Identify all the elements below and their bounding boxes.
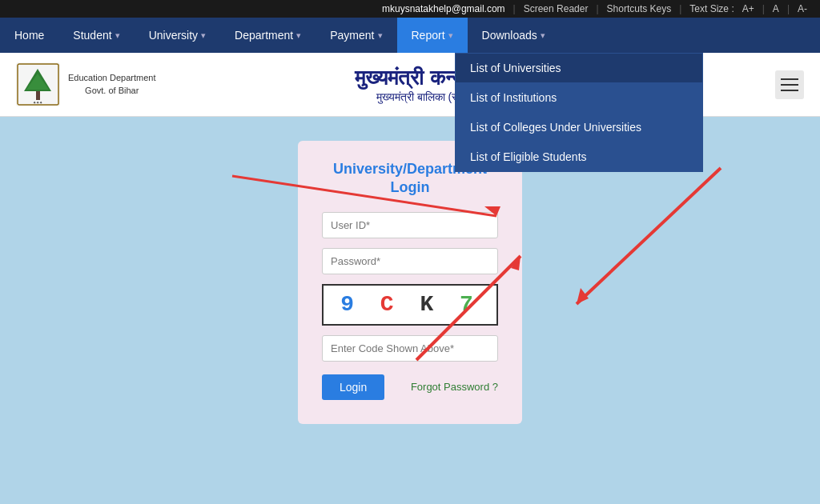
forgot-password-link[interactable]: Forgot Password ? [411,381,498,393]
password-input[interactable] [322,248,498,274]
top-bar: mkuysnatakhelp@gmail.com | Screen Reader… [0,0,820,18]
captcha-char-2: C [380,292,400,317]
hamburger-menu[interactable] [775,70,804,99]
nav-payment[interactable]: Payment ▾ [316,18,396,53]
nav-home[interactable]: Home [0,18,58,53]
nav-report[interactable]: Report ▾ [397,18,468,53]
login-button[interactable]: Login [322,374,384,400]
student-plus-icon: ▾ [115,30,120,41]
svg-text:✦✦✦: ✦✦✦ [33,100,42,105]
email-address: mkuysnatakhelp@gmail.com [382,3,505,14]
nav-university[interactable]: University ▾ [135,18,220,53]
captcha-char-1: 9 [340,292,360,317]
dropdown-list-colleges-under-universities[interactable]: List of Colleges Under Universities [456,113,702,142]
department-plus-icon: ▾ [296,30,301,41]
report-plus-icon: ▾ [448,30,453,41]
shortcuts-link[interactable]: Shortcuts Keys [607,3,672,14]
nav-bar: Home Student ▾ University ▾ Department ▾… [0,18,820,53]
nav-downloads[interactable]: Downloads ▾ [468,18,560,53]
captcha-char-4: 7 [460,292,480,317]
dropdown-list-universities[interactable]: List of Universities [456,54,702,83]
text-size-a[interactable]: A [773,3,779,14]
logo-area: ✦✦✦ Education Department Govt. of Bihar [16,62,155,106]
text-size-aminus[interactable]: A- [798,3,807,14]
svg-marker-9 [577,288,589,304]
dropdown-list-eligible-students[interactable]: List of Eligible Students [456,142,702,171]
dropdown-list-institutions[interactable]: List of Institutions [456,83,702,113]
svg-rect-2 [36,90,40,100]
nav-student[interactable]: Student ▾ [58,18,134,53]
report-dropdown: List of Universities List of Institution… [455,53,703,172]
logo-emblem: ✦✦✦ [16,62,60,106]
logo-text: Education Department Govt. of Bihar [68,72,155,97]
captcha-input[interactable] [322,335,498,362]
text-size-aplus[interactable]: A+ [742,3,754,14]
login-actions: Login Forgot Password ? [322,374,498,400]
captcha-image: 9 C K 7 [322,284,498,326]
screen-reader-link[interactable]: Screen Reader [524,3,589,14]
text-size-label: Text Size : [689,3,734,14]
userid-input[interactable] [322,212,498,238]
captcha-char-3: K [420,292,440,317]
nav-department[interactable]: Department ▾ [220,18,316,53]
svg-line-8 [577,168,721,304]
payment-plus-icon: ▾ [378,30,383,41]
downloads-plus-icon: ▾ [541,30,545,41]
login-box: University/Department Login 9 C K 7 Logi… [298,141,522,424]
university-plus-icon: ▾ [201,30,206,41]
